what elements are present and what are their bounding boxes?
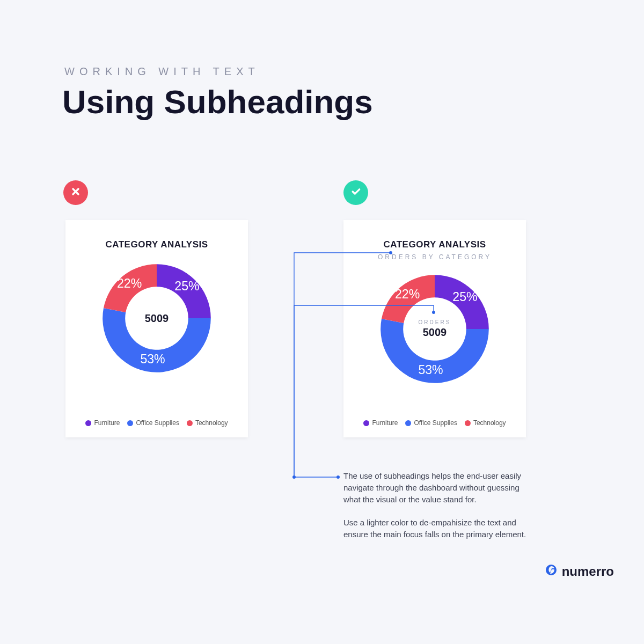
good-legend: Furniture Office Supplies Technology — [363, 419, 506, 427]
legend-item: Technology — [473, 419, 506, 427]
explain-p2: Use a lighter color to de-empahisize the… — [343, 517, 537, 540]
legend-item: Furniture — [372, 419, 398, 427]
good-center-value: 5009 — [423, 326, 447, 339]
x-icon — [70, 186, 81, 199]
good-card-subtitle: ORDERS BY CATEGORY — [378, 253, 492, 261]
check-icon — [350, 186, 361, 199]
page-title: Using Subheadings — [62, 83, 373, 121]
bad-example-card: CATEGORY ANALYSIS 25%53%22% 5009 Furnitu… — [65, 220, 248, 437]
bad-badge — [63, 180, 88, 205]
brand-logo: numerro — [545, 564, 614, 580]
svg-point-8 — [336, 475, 340, 479]
good-example-card: CATEGORY ANALYSIS ORDERS BY CATEGORY 25%… — [343, 220, 526, 437]
legend-item: Furniture — [94, 419, 120, 427]
good-donut-chart: 25%53%22% ORDERS 5009 — [378, 273, 491, 385]
svg-point-9 — [292, 475, 296, 479]
legend-item: Office Supplies — [136, 419, 179, 427]
eyebrow-label: WORKING WITH TEXT — [64, 65, 260, 78]
bad-center-value: 5009 — [145, 312, 169, 325]
legend-item: Technology — [195, 419, 228, 427]
legend-item: Office Supplies — [414, 419, 457, 427]
good-badge — [343, 180, 368, 205]
explain-p1: The use of subheadings helps the end-use… — [343, 470, 537, 505]
explanation-text: The use of subheadings helps the end-use… — [343, 470, 537, 540]
bad-donut-chart: 25%53%22% 5009 — [100, 262, 213, 375]
good-center-label: ORDERS — [419, 319, 451, 325]
bad-card-title: CATEGORY ANALYSIS — [105, 239, 208, 250]
numerro-icon — [545, 564, 558, 580]
brand-name: numerro — [562, 564, 614, 579]
bad-legend: Furniture Office Supplies Technology — [85, 419, 228, 427]
good-card-title: CATEGORY ANALYSIS — [383, 239, 486, 250]
